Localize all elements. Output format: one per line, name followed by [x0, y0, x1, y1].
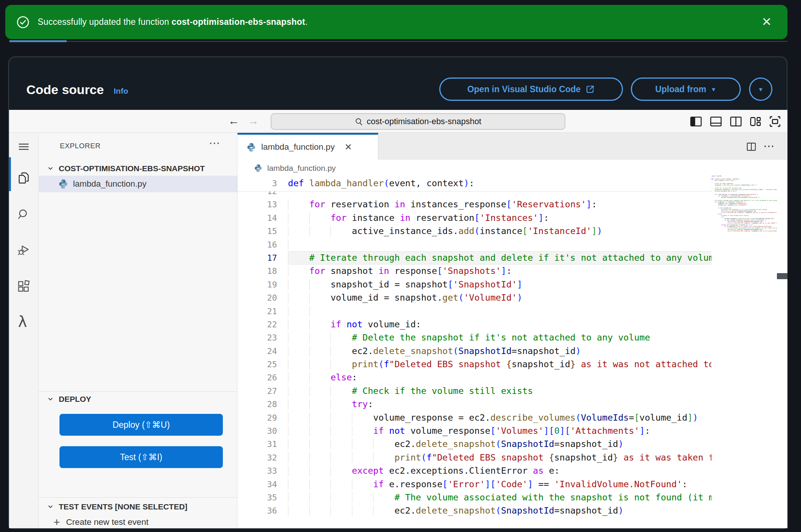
success-banner: Successfully updated the function cost-o…: [5, 5, 787, 39]
explorer-more-icon[interactable]: ⋯: [209, 136, 220, 149]
panel-title: Code source: [26, 82, 104, 97]
tab-label: lambda_function.py: [261, 142, 335, 152]
chevron-down-icon: [47, 503, 54, 511]
search-icon: [355, 117, 363, 126]
page: Successfully updated the function cost-o…: [0, 0, 801, 532]
breadcrumb[interactable]: lambda_function.py: [238, 160, 787, 177]
explorer-files-icon[interactable]: [17, 171, 30, 185]
search-view-icon[interactable]: [17, 208, 30, 221]
code-line-26: 26 else:: [238, 371, 711, 384]
open-in-vscode-label: Open in Visual Studio Code: [467, 84, 580, 94]
code-line-27: 27 # Check if the volume still exists: [238, 385, 711, 398]
sticky-line: 3def lambda_handler(event, context):: [238, 177, 711, 192]
menu-icon[interactable]: [17, 140, 30, 154]
breadcrumb-label: lambda_function.py: [267, 164, 336, 173]
section-divider: [39, 391, 237, 392]
run-debug-icon[interactable]: [17, 243, 30, 257]
deploy-section-header[interactable]: DEPLOY: [47, 393, 91, 406]
code-line-13: 13 for reservation in instances_response…: [238, 198, 711, 211]
code-lines[interactable]: 1213 for reservation in instances_respon…: [238, 192, 711, 528]
editor-layout-icon[interactable]: [749, 115, 762, 128]
open-in-vscode-button[interactable]: Open in Visual Studio Code: [439, 78, 623, 101]
tab-lambda-function[interactable]: lambda_function.py ✕: [238, 133, 378, 160]
chevron-down-icon: [47, 395, 54, 403]
extensions-icon[interactable]: [17, 280, 30, 293]
banner-message: Successfully updated the function cost-o…: [38, 17, 308, 27]
search-value: cost-optimisation-ebs-snapshot: [367, 117, 481, 126]
plus-icon: +: [53, 516, 60, 529]
code-line-30: 30 if not volume_response['Volumes'][0][…: [238, 424, 711, 438]
deploy-button[interactable]: Deploy (⇧⌘U): [59, 414, 223, 436]
file-item-label: lambda_function.py: [73, 179, 146, 189]
tree-root-folder[interactable]: COST-OPTIMISATION-EBS-SNAPSHOT: [47, 162, 205, 175]
file-item-lambda-function[interactable]: lambda_function.py: [39, 176, 237, 192]
forward-arrow-button[interactable]: →: [248, 115, 259, 126]
upload-from-button[interactable]: Upload from ▼: [631, 78, 741, 101]
split-editor-icon[interactable]: [746, 141, 757, 152]
fullscreen-icon[interactable]: [769, 115, 781, 128]
code-line-18: 18 for snapshot in response['Snapshots']…: [238, 264, 711, 278]
test-events-section-header[interactable]: TEST EVENTS [NONE SELECTED]: [47, 500, 187, 513]
aws-lambda-icon[interactable]: λ: [18, 313, 27, 330]
code-line-24: 24 ec2.delete_snapshot(SnapshotId=snapsh…: [238, 345, 711, 358]
code-line-36: 36 ec2.delete_snapshot(SnapshotId=snapsh…: [238, 504, 711, 517]
upload-from-label: Upload from: [655, 84, 706, 94]
code-line-17: 17 # Iterate through each snapshot and d…: [238, 251, 711, 264]
code-line-31: 31 ec2.delete_snapshot(SnapshotId=snapsh…: [238, 438, 711, 451]
editor-scrollbar-thumb[interactable]: [777, 273, 787, 279]
create-test-event-button[interactable]: + Create new test event: [53, 515, 148, 530]
code-line-23: 23 # Delete the snapshot if it's not att…: [238, 331, 711, 344]
explorer-title: EXPLORER: [60, 142, 101, 150]
editor-more-icon[interactable]: ⋯: [763, 139, 775, 152]
external-link-icon: [585, 84, 595, 94]
check-circle-icon: [17, 16, 29, 29]
banner-close-icon[interactable]: ✕: [761, 15, 772, 29]
code-line-19: 19 snapshot_id = snapshot['SnapshotId']: [238, 278, 711, 291]
code-line-21: 21: [238, 305, 711, 318]
test-button[interactable]: Test (⇧⌘I): [59, 446, 223, 468]
python-file-icon: [246, 142, 256, 152]
code-line-29: 29 volume_response = ec2.describe_volume…: [238, 411, 711, 424]
banner-function-name: cost-optimisation-ebs-snapshot: [172, 17, 305, 27]
python-file-icon: [58, 179, 69, 189]
code-line-14: 14 for instance in reservation['Instance…: [238, 211, 711, 225]
chevron-down-icon: ▼: [711, 86, 716, 93]
back-arrow-button[interactable]: ←: [228, 115, 239, 126]
activity-bar: [9, 133, 39, 528]
split-editor-icon[interactable]: [729, 115, 742, 128]
tab-row-divider: [67, 41, 787, 42]
toggle-sidebar-icon[interactable]: [690, 115, 702, 128]
active-tab-underline: [9, 40, 67, 42]
tab-close-icon[interactable]: ✕: [344, 142, 352, 152]
code-line-25: 25 print(f"Deleted EBS snapshot {snapsho…: [238, 358, 711, 371]
code-line-33: 33 except ec2.exceptions.ClientError as …: [238, 464, 711, 477]
code-line-15: 15 active_instance_ids.add(instance['Ins…: [238, 225, 711, 238]
search-input[interactable]: cost-optimisation-ebs-snapshot: [271, 113, 565, 130]
code-line-20: 20 volume_id = snapshot.get('VolumeId'): [238, 291, 711, 304]
root-folder-label: COST-OPTIMISATION-EBS-SNAPSHOT: [59, 164, 205, 173]
chevron-down-icon: [47, 165, 54, 172]
code-line-28: 28 try:: [238, 398, 711, 411]
test-events-section-label: TEST EVENTS [NONE SELECTED]: [59, 502, 187, 511]
minimap[interactable]: import boto3def lambda_handler(event, co…: [711, 175, 777, 288]
chevron-down-icon: ▼: [758, 86, 764, 93]
create-test-event-label: Create new test event: [66, 517, 149, 527]
code-line-12: 12: [238, 192, 711, 198]
python-file-icon: [254, 164, 263, 173]
code-line-16: 16: [238, 238, 711, 251]
info-link[interactable]: Info: [114, 87, 128, 96]
section-divider: [39, 497, 237, 498]
code-line-22: 22 if not volume_id:: [238, 318, 711, 331]
deploy-section-label: DEPLOY: [59, 395, 91, 404]
toggle-panel-icon[interactable]: [710, 115, 722, 128]
code-line-32: 32 print(f"Deleted EBS snapshot {snapsho…: [238, 451, 711, 464]
header-menu-button[interactable]: ▼: [749, 78, 772, 101]
code-line-35: 35 # The volume associated with the snap…: [238, 491, 711, 504]
code-line-34: 34 if e.response['Error']['Code'] == 'In…: [238, 478, 711, 491]
active-view-indicator: [9, 157, 11, 191]
